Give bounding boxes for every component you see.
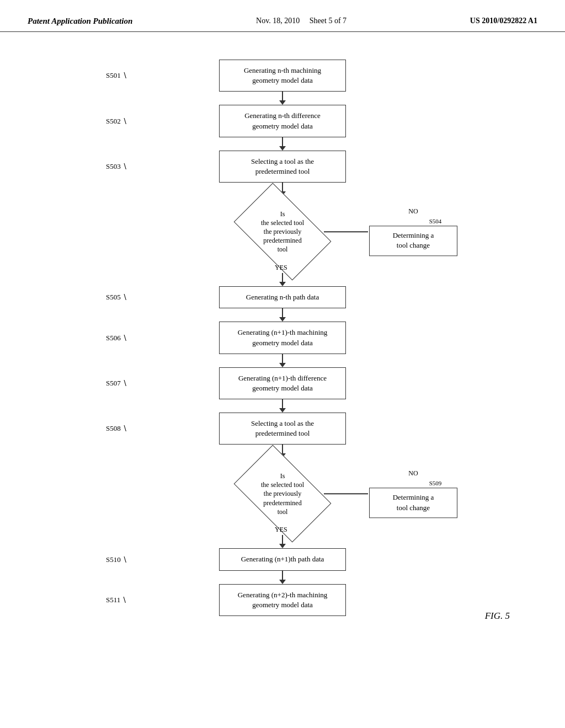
line-6 — [282, 354, 283, 363]
arrow-4 — [279, 282, 286, 286]
line-1 — [282, 92, 283, 100]
arrow-7 — [279, 408, 286, 413]
no-branch-1: NO S504 Determining atool change — [324, 207, 457, 255]
flow-row-s511: S511 ∖ Generating (n+2)-th machininggeom… — [89, 584, 476, 616]
connector-4 — [279, 273, 286, 286]
arrow-1 — [279, 100, 286, 105]
connector-10 — [279, 571, 286, 584]
step-label-s506: S506 ∖ — [106, 334, 127, 342]
step-label-s510: S510 ∖ — [106, 555, 127, 564]
arrow-6 — [279, 363, 286, 367]
s504-label: S504 — [429, 218, 442, 224]
page-header: Patent Application Publication Nov. 18, … — [0, 0, 565, 32]
step-s511: Generating (n+2)-th machininggeometry mo… — [219, 584, 346, 616]
flow-row-s506: S506 ∖ Generating (n+1)-th machininggeom… — [89, 322, 476, 354]
no-label-1: NO — [408, 207, 418, 216]
step-s506: Generating (n+1)-th machininggeometry mo… — [219, 322, 346, 354]
flow-row-s501: S501 ∖ Generating n-th machininggeometry… — [89, 60, 476, 92]
header-date-sheet: Nov. 18, 2010 Sheet 5 of 7 — [256, 17, 347, 25]
no-line-h-1 — [324, 231, 368, 232]
line-8 — [282, 445, 283, 453]
flowchart: S501 ∖ Generating n-th machininggeometry… — [89, 54, 476, 616]
step-s505: Generating n-th path data — [219, 286, 346, 308]
fig-label: FIG. 5 — [485, 611, 510, 622]
diamond-row-1: Isthe selected toolthe previouslypredete… — [89, 196, 476, 267]
yes-label-1: YES — [275, 264, 287, 272]
line-5 — [282, 308, 283, 317]
header-date: Nov. 18, 2010 — [256, 17, 300, 25]
step-label-s501: S501 ∖ — [106, 71, 127, 80]
flow-row-s503: S503 ∖ Selecting a tool as thepredetermi… — [89, 151, 476, 183]
step-label-s508: S508 ∖ — [106, 424, 127, 433]
flow-row-s508: S508 ∖ Selecting a tool as thepredetermi… — [89, 413, 476, 445]
s509-label: S509 — [429, 480, 442, 487]
connector-7 — [279, 399, 286, 413]
step-s504: Determining atool change — [369, 226, 457, 255]
step-label-s511: S511 ∖ — [106, 596, 127, 604]
step-label-s503: S503 ∖ — [106, 162, 127, 171]
diamond-text-2: Isthe selected toolthe previouslypredete… — [249, 472, 316, 516]
line-10 — [282, 571, 283, 580]
no-box-group-1: NO S504 Determining atool change — [369, 207, 457, 255]
line-9 — [282, 535, 283, 544]
connector-9 — [279, 535, 286, 548]
header-patent-number: US 2010/0292822 A1 — [470, 17, 537, 25]
diamond-1: Isthe selected toolthe previouslypredete… — [233, 201, 332, 262]
arrow-2 — [279, 146, 286, 151]
step-s509: Determining atool change — [369, 488, 457, 518]
arrow-10 — [279, 580, 286, 584]
step-s507: Generating (n+1)-th differencegeometry m… — [219, 367, 346, 399]
connector-2 — [279, 137, 286, 151]
arrow-9 — [279, 544, 286, 548]
step-label-s502: S502 ∖ — [106, 117, 127, 126]
flow-row-s507: S507 ∖ Generating (n+1)-th differencegeo… — [89, 367, 476, 399]
diagram-area: S501 ∖ Generating n-th machininggeometry… — [0, 32, 565, 627]
line-3 — [282, 183, 283, 191]
yes-label-2: YES — [275, 526, 287, 534]
diamond-text-1: Isthe selected toolthe previouslypredete… — [249, 210, 316, 254]
step-s503: Selecting a tool as thepredetermined too… — [219, 151, 346, 183]
step-label-s505: S505 ∖ — [106, 293, 127, 302]
no-line-h-2 — [324, 493, 368, 494]
connector-5 — [279, 308, 286, 322]
step-label-s507: S507 ∖ — [106, 379, 127, 388]
header-sheet: Sheet 5 of 7 — [310, 17, 347, 25]
no-box-group-2: NO S509 Determining atool change — [369, 470, 457, 518]
step-s501: Generating n-th machininggeometry model … — [219, 60, 346, 92]
no-label-2: NO — [408, 470, 418, 478]
line-7 — [282, 399, 283, 408]
line-2 — [282, 137, 283, 146]
flow-row-s510: S510 ∖ Generating (n+1)th path data — [89, 548, 476, 570]
step-s508: Selecting a tool as thepredetermined too… — [219, 413, 346, 445]
flow-row-s502: S502 ∖ Generating n-th differencegeometr… — [89, 105, 476, 137]
diamond-row-2: Isthe selected toolthe previouslypredete… — [89, 458, 476, 529]
flow-row-s505: S505 ∖ Generating n-th path data — [89, 286, 476, 308]
step-s510: Generating (n+1)th path data — [219, 548, 346, 570]
step-s502: Generating n-th differencegeometry model… — [219, 105, 346, 137]
diamond-2: Isthe selected toolthe previouslypredete… — [233, 463, 332, 524]
header-publication-type: Patent Application Publication — [28, 17, 132, 26]
no-branch-2: NO S509 Determining atool change — [324, 470, 457, 518]
line-4 — [282, 273, 283, 282]
connector-6 — [279, 354, 286, 367]
arrow-5 — [279, 317, 286, 322]
connector-1 — [279, 92, 286, 105]
